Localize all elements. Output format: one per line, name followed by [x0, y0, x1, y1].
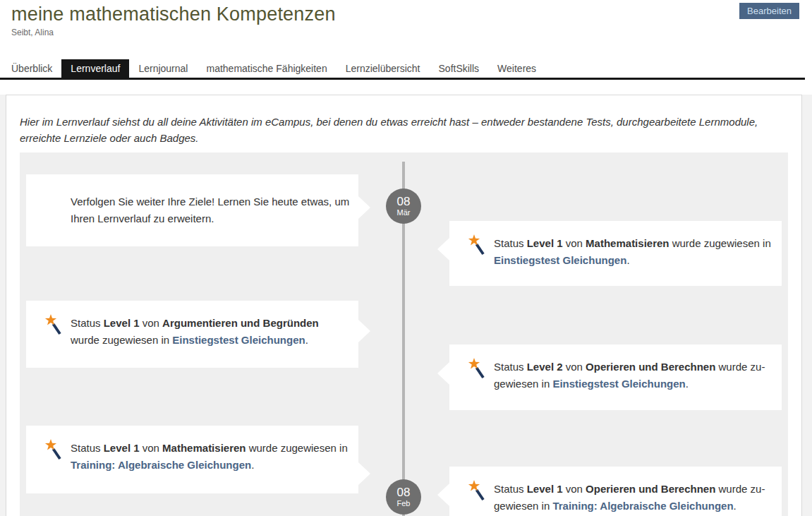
tab-lernjournal[interactable]: Lernjournal: [129, 59, 197, 78]
text-segment: Level 2: [527, 361, 563, 373]
text-segment: wurde zugewiesen in: [71, 334, 172, 346]
intro-text: Hier im Lernverlauf siehst du all deine …: [20, 114, 788, 146]
timeline-date-badge: 08Feb: [386, 479, 421, 515]
text-segment: .: [626, 254, 629, 266]
link-training-algebraische-gleichungen[interactable]: Training: Algebraische Gleichungen: [71, 459, 251, 471]
text-segment: .: [305, 334, 308, 346]
text-segment: .: [251, 459, 254, 471]
link-training-algebraische-gleichungen[interactable]: Training: Algebraische Gleichungen: [552, 500, 733, 512]
page-title: meine mathematischen Kompetenzen: [0, 0, 812, 25]
text-segment: Level 1: [527, 483, 563, 495]
text-segment: Level 1: [104, 442, 140, 454]
text-segment: von: [563, 483, 586, 495]
text-segment: von: [563, 361, 586, 373]
card-pointer: [358, 462, 370, 485]
link-einstiegstest-gleichungen[interactable]: Einstiegstest Gleichungen: [552, 378, 685, 390]
text-segment: Verfolgen Sie weiter Ihre Ziele! Lernen …: [71, 196, 349, 224]
text-segment: Mathematisieren: [586, 237, 669, 249]
text-segment: wurde zugewiesen in: [669, 237, 770, 249]
tab-bar: ÜberblickLernverlaufLernjournalmathemati…: [0, 59, 805, 80]
badge-month: Feb: [397, 499, 411, 508]
text-segment: .: [734, 500, 737, 512]
timeline-card: Verfolgen Sie weiter Ihre Ziele! Lernen …: [26, 174, 358, 246]
text-segment: wurde zugewiesen in: [246, 442, 347, 454]
magic-wand-icon: [468, 234, 486, 256]
card-text: Status Level 2 von Operieren und Berechn…: [449, 344, 782, 392]
text-segment: von: [140, 317, 163, 329]
magic-wand-icon: [44, 314, 63, 335]
card-text: Verfolgen Sie weiter Ihre Ziele! Lernen …: [26, 193, 358, 227]
card-pointer: [437, 484, 449, 506]
timeline-card: Status Level 1 von Mathematisieren wurde…: [26, 426, 358, 493]
badge-month: Mär: [397, 208, 411, 217]
page-subtitle: Seibt, Alina: [0, 25, 812, 37]
tab-softskills[interactable]: SoftSkills: [430, 59, 489, 78]
card-text: Status Level 1 von Argumentieren und Beg…: [26, 301, 358, 349]
card-pointer: [358, 196, 370, 219]
text-segment: Status: [494, 361, 527, 373]
magic-wand-icon: [468, 480, 486, 501]
text-segment: Level 1: [527, 237, 563, 249]
tab-überblick[interactable]: Überblick: [2, 59, 61, 78]
text-segment: von: [140, 442, 163, 454]
link-einstiegstest-gleichungen[interactable]: Einstiegstest Gleichungen: [172, 334, 305, 346]
card-text: Status Level 1 von Mathematisieren wurde…: [449, 221, 782, 269]
card-pointer: [437, 362, 449, 385]
text-segment: von: [563, 237, 586, 249]
content-panel: Hier im Lernverlauf siehst du all deine …: [6, 95, 802, 516]
tab-lernverlauf[interactable]: Lernverlauf: [61, 59, 129, 78]
magic-wand-icon: [44, 439, 63, 460]
timeline-card: Status Level 1 von Argumentieren und Beg…: [26, 301, 358, 368]
text-segment: Status: [494, 483, 527, 495]
badge-day: 08: [397, 196, 411, 208]
card-pointer: [358, 320, 370, 342]
tab-lernzielübersicht[interactable]: Lernzielübersicht: [337, 59, 430, 78]
content-background: Hier im Lernverlauf siehst du all deine …: [0, 95, 812, 516]
tab-mathematische-fähigkeiten[interactable]: mathematische Fähigkeiten: [197, 59, 336, 78]
magic-wand-icon: [468, 358, 486, 379]
timeline: 08Mär08FebVerfolgen Sie weiter Ihre Ziel…: [20, 152, 788, 516]
link-einstiegstest-gleichungen[interactable]: Einstiegstest Gleichungen: [494, 254, 626, 266]
page-header: meine mathematischen Kompetenzen Seibt, …: [0, 0, 812, 59]
text-segment: Operieren und Berechnen: [586, 361, 715, 373]
timeline-card: Status Level 1 von Operieren und Berechn…: [449, 467, 782, 516]
tab-weiteres[interactable]: Weiteres: [488, 59, 545, 78]
card-pointer: [437, 238, 449, 260]
text-segment: Mathematisieren: [162, 442, 246, 454]
card-text: Status Level 1 von Mathematisieren wurde…: [26, 426, 358, 474]
text-segment: .: [686, 378, 689, 390]
edit-button[interactable]: Bearbeiten: [739, 3, 799, 19]
text-segment: Status: [71, 317, 104, 329]
card-text: Status Level 1 von Operieren und Berechn…: [449, 467, 782, 515]
timeline-card: Status Level 2 von Operieren und Berechn…: [449, 344, 782, 410]
timeline-card: Status Level 1 von Mathematisieren wurde…: [449, 221, 782, 286]
text-segment: Status: [71, 442, 104, 454]
badge-day: 08: [397, 486, 411, 499]
text-segment: Operieren und Berechnen: [586, 483, 715, 495]
text-segment: Status: [494, 237, 527, 249]
text-segment: Argumentieren und Begründen: [162, 317, 319, 329]
timeline-date-badge: 08Mär: [386, 188, 421, 224]
text-segment: Level 1: [104, 317, 140, 329]
